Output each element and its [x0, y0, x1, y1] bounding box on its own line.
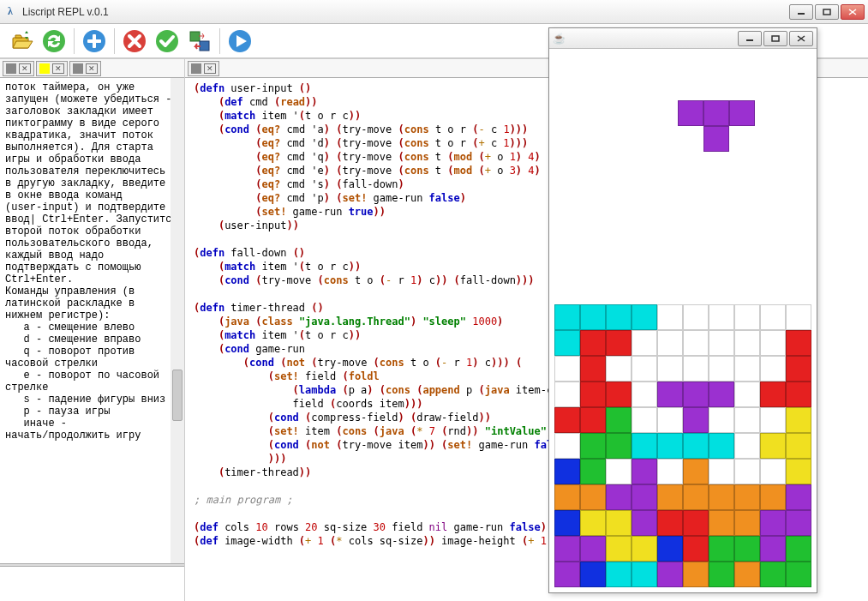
tab-chip[interactable]: ✕: [3, 61, 34, 76]
left-scrollbar[interactable]: [171, 78, 184, 563]
add-button[interactable]: [80, 27, 109, 56]
accept-button[interactable]: [153, 27, 182, 56]
grid-cell: [554, 330, 580, 356]
tab-close-icon[interactable]: ✕: [204, 63, 216, 74]
tab-status-icon: [6, 63, 16, 74]
grid-cell: [760, 562, 786, 587]
grid-cell: [786, 459, 811, 484]
grid-row: [554, 562, 811, 587]
grid-cell: [632, 433, 657, 459]
help-text: поток таймера, он уже запущен (можете уб…: [0, 78, 184, 563]
game-board: [549, 49, 817, 592]
grid-cell: [632, 562, 657, 587]
grid-cell: [760, 433, 786, 459]
grid-cell: [606, 356, 632, 382]
grid-cell: [709, 382, 734, 407]
grid-cell: [709, 459, 734, 484]
refresh-button[interactable]: [39, 27, 69, 56]
toolbar-separator: [219, 28, 220, 54]
tab-status-icon: [73, 63, 83, 74]
grid-row: [554, 304, 811, 330]
svg-marker-6: [13, 41, 33, 48]
grid-cell: [786, 304, 811, 330]
tab-close-icon[interactable]: ✕: [19, 63, 31, 74]
tab-status-icon: [191, 63, 201, 74]
grid-cell: [786, 536, 811, 562]
grid-cell: [760, 407, 786, 433]
grid-cell: [580, 459, 606, 484]
grid-cell: [554, 304, 580, 330]
tab-chip[interactable]: ✕: [69, 61, 101, 76]
grid-cell: [734, 562, 760, 587]
grid-cell: [760, 510, 786, 536]
grid-cell: [580, 356, 606, 382]
grid-cell: [554, 484, 580, 510]
game-close-button[interactable]: [789, 31, 813, 46]
command-input[interactable]: [0, 567, 184, 601]
grid-cell: [632, 304, 657, 330]
grid-cell: [632, 459, 657, 484]
grid-cell: [632, 356, 657, 382]
grid-cell: [606, 510, 632, 536]
tab-close-icon[interactable]: ✕: [52, 63, 64, 74]
open-button[interactable]: [7, 27, 36, 56]
grid-row: [554, 330, 811, 356]
grid-cell: [683, 510, 709, 536]
grid-row: [554, 433, 811, 459]
game-maximize-button[interactable]: [763, 31, 787, 46]
grid-cell: [734, 356, 760, 382]
grid-cell: [683, 356, 709, 382]
grid-cell: [580, 484, 606, 510]
grid-cell: [760, 459, 786, 484]
grid-cell: [683, 459, 709, 484]
transfer-button[interactable]: [185, 27, 214, 56]
grid-cell: [580, 510, 606, 536]
grid-cell: [657, 433, 683, 459]
maximize-button[interactable]: [815, 4, 839, 20]
grid-cell: [554, 382, 580, 407]
svg-rect-10: [87, 39, 101, 43]
grid-cell: [709, 510, 734, 536]
grid-cell: [657, 562, 683, 587]
svg-rect-15: [190, 32, 200, 41]
tetris-grid: [554, 304, 811, 587]
grid-cell: [709, 330, 734, 356]
grid-cell: [554, 562, 580, 587]
grid-row: [554, 484, 811, 510]
game-titlebar: ☕: [549, 28, 817, 49]
grid-cell: [580, 330, 606, 356]
grid-cell: [632, 510, 657, 536]
grid-cell: [760, 382, 786, 407]
grid-cell: [683, 484, 709, 510]
grid-cell: [683, 304, 709, 330]
grid-cell: [683, 433, 709, 459]
tab-chip[interactable]: ✕: [36, 61, 68, 76]
main-titlebar: λ Liscript REPL v.0.1: [0, 0, 868, 24]
grid-cell: [554, 536, 580, 562]
grid-cell: [786, 330, 811, 356]
grid-cell: [760, 356, 786, 382]
run-button[interactable]: [225, 27, 254, 56]
grid-cell: [632, 382, 657, 407]
grid-cell: [683, 407, 709, 433]
grid-cell: [786, 356, 811, 382]
svg-rect-1: [823, 9, 830, 15]
grid-cell: [632, 330, 657, 356]
grid-cell: [786, 382, 811, 407]
cancel-button[interactable]: [120, 27, 149, 56]
grid-cell: [760, 484, 786, 510]
grid-cell: [657, 407, 683, 433]
svg-rect-20: [772, 36, 779, 41]
grid-cell: [709, 304, 734, 330]
close-button[interactable]: [841, 4, 865, 20]
game-minimize-button[interactable]: [738, 31, 762, 46]
minimize-button[interactable]: [789, 4, 813, 20]
grid-cell: [709, 484, 734, 510]
game-window: ☕: [548, 27, 817, 593]
tab-close-icon[interactable]: ✕: [86, 63, 98, 74]
tab-chip[interactable]: ✕: [188, 61, 219, 76]
grid-cell: [657, 330, 683, 356]
grid-cell: [580, 304, 606, 330]
grid-row: [554, 536, 811, 562]
grid-cell: [786, 407, 811, 433]
